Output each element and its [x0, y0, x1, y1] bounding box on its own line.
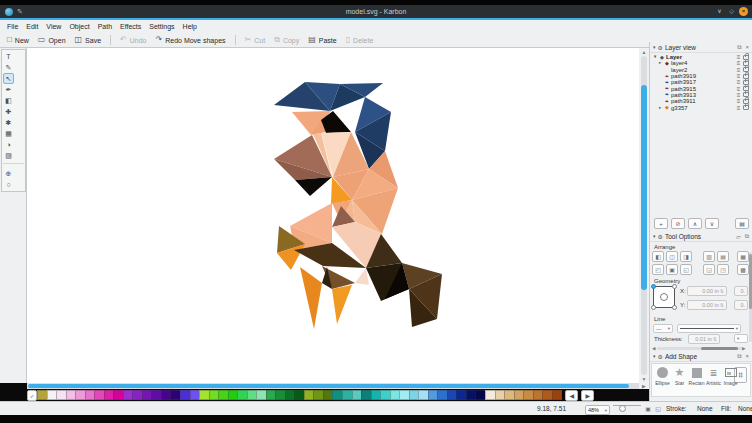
pattern-tool[interactable]: ▦ — [3, 128, 14, 139]
align-bottom-button[interactable]: ◱ — [680, 264, 692, 275]
shape-star[interactable]: ★Star — [671, 366, 688, 386]
layer-row-g3357[interactable]: ▸◆g3357≡ — [650, 104, 752, 110]
artwork-polygon[interactable] — [300, 267, 322, 329]
redo-button[interactable]: ↷Redo Move shapes — [156, 36, 226, 44]
list-properties-icon[interactable]: ≡ — [734, 73, 743, 79]
scroll-up-arrow[interactable]: ▲ — [639, 48, 649, 56]
open-button[interactable]: ▭Open — [38, 36, 66, 44]
shape-rectan[interactable]: Rectan — [688, 366, 705, 386]
list-properties-icon[interactable]: ≡ — [734, 98, 743, 104]
ungroup-objects-button[interactable]: ▩ — [737, 264, 749, 275]
palette-scroll-left-button[interactable]: ◀ — [565, 390, 578, 401]
vscroll-thumb[interactable] — [641, 85, 647, 290]
save-button[interactable]: ◫Save — [75, 36, 102, 44]
paste-button[interactable]: ▤Paste — [308, 36, 336, 44]
palette-swatch[interactable] — [552, 390, 563, 401]
scroll-down-arrow[interactable]: ▼ — [639, 375, 649, 383]
line-style-dropdown[interactable]: ▾ — [677, 324, 741, 333]
hscroll-thumb[interactable] — [701, 347, 738, 350]
close-panel-icon[interactable]: × — [745, 353, 749, 359]
lower-object-button[interactable]: ◳ — [717, 264, 729, 275]
artwork-polygon[interactable] — [295, 177, 332, 196]
palette-scroll-right-button[interactable]: ▶ — [581, 390, 594, 401]
artistic-text-tool[interactable]: ✱ — [3, 117, 14, 128]
list-properties-icon[interactable]: ≡ — [734, 60, 743, 66]
zoom-slider-handle[interactable] — [619, 405, 626, 412]
anchor-center[interactable] — [660, 293, 668, 301]
color-picker-tool[interactable]: ◑ — [3, 139, 14, 150]
align-center-horizontal-button[interactable]: ◫ — [666, 251, 678, 262]
list-properties-icon[interactable]: ≡ — [734, 105, 743, 111]
shape-artistic[interactable]: ≣Artistic — [705, 366, 722, 386]
collapse-caret-icon[interactable]: ▾ — [653, 353, 656, 359]
titlebar[interactable]: ✎ model.svg - Karbon ∨ ◇ × — [0, 5, 752, 18]
text-tool[interactable]: T — [3, 51, 14, 62]
close-button[interactable]: × — [739, 7, 748, 16]
height-field-clipped[interactable]: 0. — [734, 300, 748, 310]
raise-layer-button[interactable]: ∧ — [688, 218, 702, 229]
maximize-button[interactable]: ◇ — [727, 7, 736, 16]
width-field-clipped[interactable]: 0. — [734, 286, 748, 296]
list-properties-icon[interactable]: ≡ — [734, 79, 743, 85]
x-position-field[interactable]: 0.00 in⇅ — [687, 286, 727, 296]
anchor-bottomleft[interactable] — [651, 305, 656, 310]
selection-tool[interactable]: ↖ — [3, 73, 14, 84]
layer-view-header[interactable]: ▾ ⚙ Layer view ⧉ × — [650, 42, 752, 53]
menu-path[interactable]: Path — [94, 23, 116, 30]
anchor-topright[interactable] — [672, 284, 677, 289]
align-middle-button[interactable]: ▣ — [666, 264, 678, 275]
zoom-tool[interactable]: ⊕ — [3, 168, 14, 179]
collapse-caret-icon[interactable]: ▾ — [653, 44, 656, 50]
raise-object-button[interactable]: ◲ — [703, 264, 715, 275]
zoom-level-dropdown[interactable]: 48% ▾ — [585, 405, 610, 415]
add-shape-header[interactable]: ▾ ⚙ Add Shape ⧉ × — [650, 351, 752, 362]
line-cap-dropdown[interactable]: —▾ — [653, 324, 673, 333]
menu-help[interactable]: Help — [179, 23, 201, 30]
thickness-field[interactable]: 0.01 in⇅ — [688, 334, 720, 344]
group-objects-button[interactable]: ▦ — [737, 251, 749, 262]
menu-file[interactable]: File — [3, 23, 22, 30]
zoom-fit-page-icon[interactable]: ▣ — [644, 405, 652, 413]
artwork-polygon[interactable] — [332, 285, 352, 324]
pencil-tool[interactable]: ✒ — [3, 84, 14, 95]
align-left-button[interactable]: ◧ — [652, 251, 664, 262]
lower-layer-button[interactable]: ∨ — [705, 218, 719, 229]
view-mode-button[interactable]: ▤ — [735, 218, 749, 229]
calligraphy-tool[interactable]: ✎ — [3, 62, 14, 73]
vscroll-track[interactable] — [641, 56, 647, 375]
list-properties-icon[interactable]: ≡ — [734, 54, 743, 60]
float-panel-icon[interactable]: ⧉ — [737, 353, 741, 360]
collapse-caret-icon[interactable]: ▾ — [653, 233, 656, 239]
list-properties-icon[interactable]: ≡ — [734, 92, 743, 98]
zoom-slider-track[interactable] — [613, 405, 641, 406]
hscroll-track[interactable] — [657, 347, 742, 350]
cap-style-dropdown-clipped[interactable]: ▾ — [734, 334, 748, 343]
hscroll-thumb[interactable] — [28, 384, 629, 388]
shape-ellipse[interactable]: Ellipse — [654, 366, 671, 386]
align-right-button[interactable]: ◨ — [680, 251, 692, 262]
float-panel-icon[interactable]: ⧉ — [745, 233, 749, 240]
spinner-arrows-icon[interactable]: ⇅ — [720, 288, 724, 294]
scroll-right-arrow[interactable]: ▶ — [639, 383, 649, 389]
dock-panel-icon[interactable]: ▱ — [736, 233, 741, 240]
distribute-horizontal-button[interactable]: ▥ — [703, 251, 715, 262]
path-editing-tool[interactable]: ✚ — [3, 106, 14, 117]
panel-gear-icon[interactable]: ⚙ — [658, 353, 663, 360]
anchor-topleft[interactable] — [651, 284, 656, 289]
list-properties-icon[interactable]: ≡ — [734, 86, 743, 92]
palette-menu-button[interactable]: ✓ — [27, 390, 37, 401]
add-layer-button[interactable]: + — [654, 218, 668, 229]
close-panel-icon[interactable]: × — [745, 44, 749, 50]
gradient-tool[interactable]: ◧ — [3, 95, 14, 106]
artwork-polygon[interactable] — [355, 268, 369, 285]
anchor-bottomright[interactable] — [672, 305, 677, 310]
canvas-vscrollbar[interactable]: ▲ ▼ — [639, 48, 649, 383]
menu-view[interactable]: View — [42, 23, 65, 30]
shape-image[interactable]: Image — [722, 366, 739, 386]
panel-gear-icon[interactable]: ⚙ — [658, 233, 663, 240]
list-properties-icon[interactable]: ≡ — [734, 67, 743, 73]
tool-options-header[interactable]: ▾ ⚙ Tool Options ▱ ⧉ — [650, 231, 752, 242]
menu-object[interactable]: Object — [65, 23, 93, 30]
pattern-edit-tool[interactable]: ▨ — [3, 150, 14, 161]
menu-edit[interactable]: Edit — [22, 23, 42, 30]
